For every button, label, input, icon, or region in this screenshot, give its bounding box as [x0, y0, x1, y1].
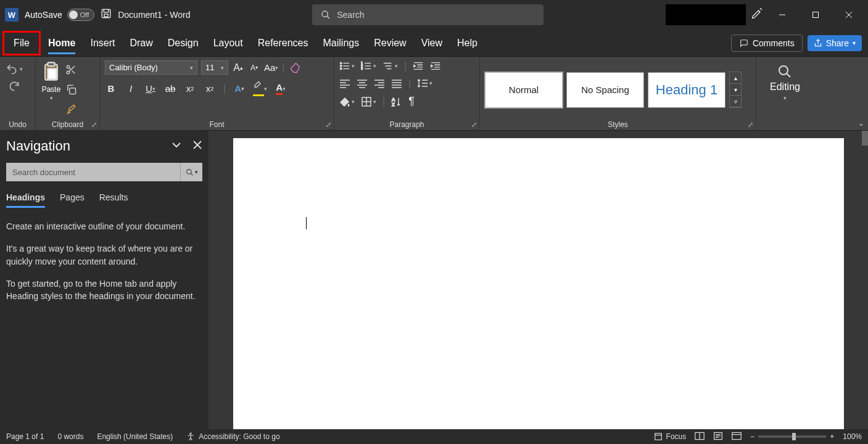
- document-area[interactable]: [209, 131, 868, 429]
- coming-soon-icon[interactable]: [751, 7, 763, 22]
- nav-close-button[interactable]: [192, 140, 202, 152]
- tab-review[interactable]: Review: [366, 31, 413, 56]
- copy-button[interactable]: [65, 84, 76, 97]
- format-painter-button[interactable]: [65, 104, 76, 117]
- multilevel-list-button[interactable]: ▾: [382, 61, 398, 71]
- status-language[interactable]: English (United States): [97, 432, 173, 441]
- editing-button[interactable]: Editing ▾: [761, 60, 809, 101]
- tab-draw[interactable]: Draw: [122, 31, 160, 56]
- superscript-button[interactable]: x2: [204, 83, 216, 94]
- align-right-button[interactable]: [374, 78, 385, 88]
- tab-home[interactable]: Home: [41, 31, 83, 56]
- status-page[interactable]: Page 1 of 1: [6, 432, 44, 441]
- tab-layout[interactable]: Layout: [206, 31, 250, 56]
- print-layout-button[interactable]: [713, 432, 723, 442]
- undo-button[interactable]: ▾: [5, 63, 23, 75]
- chevron-down-icon: ▾: [783, 95, 787, 101]
- web-layout-button[interactable]: [732, 432, 742, 442]
- dialog-launcher-icon[interactable]: ⤢: [91, 121, 97, 129]
- paste-button[interactable]: Paste ▾: [41, 60, 62, 101]
- nav-search-input[interactable]: [6, 168, 180, 177]
- strikethrough-button[interactable]: ab: [164, 83, 176, 94]
- decrease-indent-button[interactable]: [413, 61, 424, 71]
- tab-help[interactable]: Help: [450, 31, 485, 56]
- tab-references[interactable]: References: [250, 31, 316, 56]
- underline-button[interactable]: U▾: [144, 83, 157, 94]
- subscript-button[interactable]: x2: [184, 83, 196, 94]
- nav-search[interactable]: ▾: [6, 163, 202, 181]
- redo-button[interactable]: [7, 80, 21, 95]
- account-area[interactable]: [666, 4, 746, 25]
- styles-more-icon[interactable]: ▿: [730, 96, 741, 107]
- align-center-button[interactable]: [357, 78, 368, 88]
- dialog-launcher-icon[interactable]: ⤢: [471, 121, 477, 129]
- status-words[interactable]: 0 words: [57, 432, 83, 441]
- close-button[interactable]: [835, 4, 863, 25]
- show-marks-button[interactable]: ¶: [408, 95, 415, 108]
- clear-formatting-button[interactable]: [289, 62, 301, 73]
- change-case-button[interactable]: Aa▾: [264, 62, 278, 73]
- search-box[interactable]: Search: [312, 4, 544, 25]
- comments-button[interactable]: Comments: [731, 35, 803, 52]
- save-icon[interactable]: [101, 8, 112, 22]
- zoom-level[interactable]: 100%: [843, 432, 862, 441]
- focus-mode-button[interactable]: Focus: [654, 432, 687, 441]
- document-page[interactable]: [233, 138, 844, 429]
- vertical-scrollbar[interactable]: [862, 131, 868, 146]
- justify-button[interactable]: [391, 78, 402, 88]
- nav-tab-pages[interactable]: Pages: [60, 192, 85, 208]
- font-size-select[interactable]: 11▾: [201, 60, 228, 75]
- style-heading-1[interactable]: Heading 1: [648, 72, 725, 108]
- nav-title: Navigation: [6, 138, 70, 154]
- nav-tab-headings[interactable]: Headings: [6, 192, 45, 208]
- toggle-knob-icon: [69, 10, 78, 19]
- font-name-select[interactable]: Calibri (Body)▾: [105, 60, 197, 75]
- maximize-button[interactable]: [801, 4, 830, 25]
- grow-font-button[interactable]: A▴: [232, 62, 244, 73]
- tab-file[interactable]: File: [2, 31, 41, 56]
- numbering-button[interactable]: 123▾: [361, 61, 376, 71]
- shrink-font-button[interactable]: A▾: [248, 64, 260, 72]
- tab-mailings[interactable]: Mailings: [316, 31, 367, 56]
- tab-view[interactable]: View: [414, 31, 450, 56]
- line-spacing-button[interactable]: ▾: [417, 78, 432, 88]
- bullets-button[interactable]: ▾: [339, 61, 355, 71]
- ribbon-collapse-button[interactable]: ⌄: [858, 119, 864, 128]
- autosave-toggle[interactable]: Off: [67, 9, 94, 21]
- minimize-button[interactable]: [768, 4, 796, 25]
- zoom-in-button[interactable]: +: [830, 432, 834, 441]
- zoom-slider[interactable]: − +: [750, 432, 834, 441]
- bold-button[interactable]: B: [105, 83, 117, 94]
- slider-thumb[interactable]: [792, 433, 796, 440]
- read-mode-button[interactable]: [695, 432, 705, 442]
- font-color-button[interactable]: A▾: [275, 82, 287, 95]
- tab-design[interactable]: Design: [160, 31, 206, 56]
- slider-track[interactable]: [758, 435, 826, 438]
- align-left-button[interactable]: [339, 78, 350, 88]
- tab-insert[interactable]: Insert: [83, 31, 122, 56]
- nav-tabs: Headings Pages Results: [6, 190, 202, 208]
- svg-text:3: 3: [361, 67, 363, 70]
- share-button[interactable]: Share ▾: [808, 35, 862, 51]
- highlight-button[interactable]: ▾: [253, 81, 267, 96]
- status-accessibility[interactable]: Accessibility: Good to go: [186, 432, 279, 441]
- style-no-spacing[interactable]: No Spacing: [566, 72, 644, 108]
- dialog-launcher-icon[interactable]: ⤢: [748, 121, 753, 129]
- sort-button[interactable]: AZ: [391, 97, 402, 107]
- nav-search-button[interactable]: ▾: [180, 163, 202, 181]
- shading-button[interactable]: ▾: [339, 97, 355, 107]
- increase-indent-button[interactable]: [430, 61, 441, 71]
- italic-button[interactable]: I: [125, 83, 137, 94]
- scroll-up-icon[interactable]: ▴: [730, 72, 741, 84]
- text-effects-button[interactable]: A▾: [233, 83, 246, 94]
- zoom-out-button[interactable]: −: [750, 432, 754, 441]
- styles-gallery-scroll[interactable]: ▴ ▾ ▿: [729, 72, 742, 108]
- style-normal[interactable]: Normal: [485, 72, 563, 108]
- cut-button[interactable]: [65, 64, 76, 78]
- borders-button[interactable]: ▾: [361, 97, 376, 107]
- dialog-launcher-icon[interactable]: ⤢: [326, 121, 331, 129]
- nav-collapse-button[interactable]: [172, 140, 181, 152]
- nav-tab-results[interactable]: Results: [99, 192, 128, 208]
- nav-hint-2: It's a great way to keep track of where …: [6, 242, 202, 268]
- scroll-down-icon[interactable]: ▾: [730, 84, 741, 96]
